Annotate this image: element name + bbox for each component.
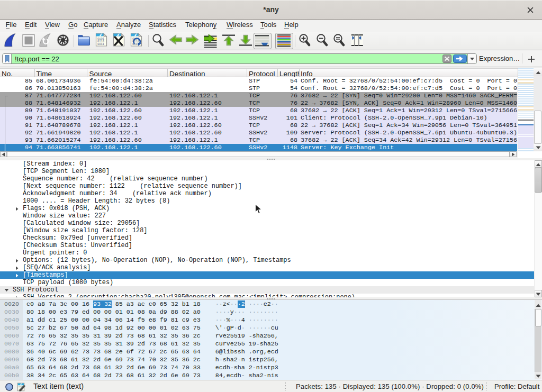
svg-text:0011: 0011 xyxy=(97,43,104,46)
